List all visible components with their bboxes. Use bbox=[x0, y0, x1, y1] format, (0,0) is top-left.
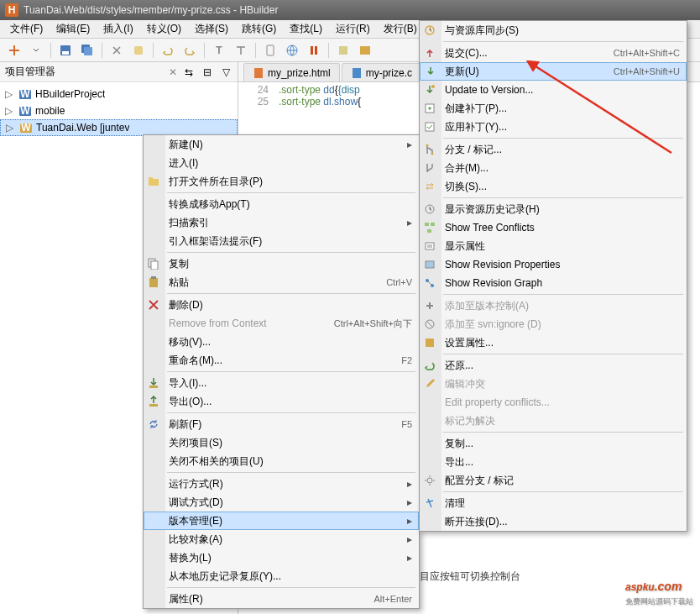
svg-rect-5 bbox=[267, 45, 274, 55]
undo-button[interactable] bbox=[159, 41, 177, 60]
import-icon bbox=[147, 376, 160, 390]
menu-item[interactable]: 配置分支 / 标记 bbox=[420, 471, 687, 490]
menu-item[interactable]: 还原... bbox=[420, 356, 687, 375]
tree-item[interactable]: ▷ W TuanDai.Web [juntev bbox=[0, 119, 238, 136]
edit-icon bbox=[423, 377, 436, 391]
menu-label: 标记为解决 bbox=[445, 414, 680, 428]
menu-label: 切换(S)... bbox=[445, 180, 680, 194]
sidebar-close-x[interactable]: ✕ bbox=[169, 66, 177, 78]
titlebar: H TuanDai.Web/dist/styles/member/my-priz… bbox=[0, 0, 700, 20]
tree-toggle[interactable]: ▷ bbox=[6, 122, 16, 134]
tree-toggle[interactable]: ▷ bbox=[5, 88, 15, 100]
editor-tab[interactable]: my-prize.c bbox=[342, 63, 421, 81]
menu-item: 添加至版本控制(A) bbox=[420, 297, 687, 315]
menu-item[interactable]: 复制... bbox=[420, 434, 687, 453]
collapse-icon[interactable]: ⊟ bbox=[201, 66, 214, 79]
menu-item[interactable]: 复制 bbox=[144, 255, 419, 273]
menu-item[interactable]: 显示资源历史记录(H) bbox=[420, 200, 687, 218]
new-button[interactable] bbox=[5, 41, 24, 60]
menu-item[interactable]: 扫描索引▸ bbox=[144, 213, 419, 232]
tree-item[interactable]: ▷ W HBuilderProject bbox=[0, 86, 238, 102]
menu-item[interactable]: 调试方式(D)▸ bbox=[144, 493, 419, 512]
menu-item[interactable]: 打开文件所在目录(P) bbox=[144, 172, 419, 191]
sidebar-title: 项目管理器 bbox=[5, 65, 164, 79]
tree-toggle[interactable]: ▷ bbox=[5, 105, 15, 117]
pause-button[interactable] bbox=[305, 41, 323, 60]
menu-item[interactable]: 属性(R)Alt+Enter bbox=[144, 590, 419, 608]
menu-item[interactable]: 比较对象(A)▸ bbox=[144, 530, 419, 548]
menu-item[interactable]: 显示属性 bbox=[420, 237, 687, 255]
t-button[interactable]: T bbox=[210, 41, 228, 60]
menu-label: 复制... bbox=[445, 437, 680, 451]
menu-item[interactable]: 运行方式(R)▸ bbox=[144, 475, 419, 493]
menu-item[interactable]: 刷新(F)F5 bbox=[144, 415, 419, 433]
svg-rect-1 bbox=[62, 51, 69, 55]
text-button[interactable] bbox=[232, 41, 250, 60]
menu-item[interactable]: 转义(O) bbox=[140, 20, 188, 38]
menu-item[interactable]: 分支 / 标记... bbox=[420, 140, 687, 159]
menu-item[interactable]: 设置属性... bbox=[420, 333, 687, 352]
cmd-button[interactable] bbox=[356, 41, 374, 60]
new-dropdown[interactable] bbox=[27, 41, 45, 60]
menu-item[interactable]: 断开连接(D)... bbox=[420, 512, 687, 531]
tree-item[interactable]: ▷ W mobile bbox=[0, 102, 238, 119]
menu-item[interactable]: 应用补丁(Y)... bbox=[420, 118, 687, 136]
menu-item[interactable]: 删除(D) bbox=[144, 296, 419, 314]
redo-button[interactable] bbox=[180, 41, 199, 60]
menu-item[interactable]: 引入框架语法提示(F) bbox=[144, 232, 419, 250]
menu-item[interactable]: 切换(S)... bbox=[420, 177, 687, 196]
menu-item[interactable]: 导入(I)... bbox=[144, 374, 419, 392]
menu-item[interactable]: 关闭不相关的项目(U) bbox=[144, 452, 419, 470]
submenu-arrow-icon: ▸ bbox=[407, 478, 412, 490]
menu-label: 刷新(F) bbox=[169, 417, 401, 432]
menu-item[interactable]: 编辑(E) bbox=[50, 20, 97, 38]
menu-item[interactable]: 查找(L) bbox=[283, 20, 329, 38]
menu-item[interactable]: 粘贴Ctrl+V bbox=[144, 273, 419, 291]
add-icon bbox=[423, 299, 436, 312]
menu-item[interactable]: Update to Version... bbox=[420, 81, 687, 99]
save-all-button[interactable] bbox=[78, 41, 97, 60]
menu-item[interactable]: 文件(F) bbox=[3, 20, 50, 38]
menu-item[interactable]: Show Tree Conflicts bbox=[420, 218, 687, 237]
menu-item[interactable]: 移动(V)... bbox=[144, 333, 419, 351]
save-button[interactable] bbox=[56, 41, 75, 60]
menu-item[interactable]: 提交(C)...Ctrl+Alt+Shift+C bbox=[420, 44, 687, 62]
link-icon[interactable]: ⇆ bbox=[182, 66, 196, 79]
menu-item[interactable]: 新建(N)▸ bbox=[144, 135, 419, 154]
menu-item[interactable]: 选择(S) bbox=[188, 20, 235, 38]
menu-item[interactable]: 导出... bbox=[420, 453, 687, 471]
menu-item[interactable]: 插入(I) bbox=[97, 20, 139, 38]
menu-label: 提交(C)... bbox=[445, 46, 614, 60]
menu-label: Show Tree Conflicts bbox=[445, 222, 680, 234]
globe-button[interactable] bbox=[283, 41, 301, 60]
menu-label: 应用补丁(Y)... bbox=[445, 120, 680, 134]
menu-item[interactable]: 版本管理(E)▸ bbox=[144, 512, 419, 530]
menu-item[interactable]: 从本地历史记录复原(Y)... bbox=[144, 567, 419, 585]
svg-rect-34 bbox=[425, 223, 429, 226]
menu-item[interactable]: 跳转(G) bbox=[235, 20, 283, 38]
menu-item[interactable]: Show Revision Graph bbox=[420, 274, 687, 292]
scroll-button[interactable] bbox=[129, 41, 148, 60]
menu-item[interactable]: 进入(I) bbox=[144, 154, 419, 172]
tools-button[interactable] bbox=[334, 41, 353, 60]
editor-tab[interactable]: my_prize.html bbox=[243, 63, 340, 81]
phone-button[interactable] bbox=[261, 41, 279, 60]
menu-item[interactable]: 合并(M)... bbox=[420, 159, 687, 177]
cut-button[interactable] bbox=[107, 41, 126, 60]
menu-item[interactable]: 更新(U)Ctrl+Alt+Shift+U bbox=[420, 62, 687, 81]
menu-item[interactable]: 运行(R) bbox=[329, 20, 377, 38]
menu-item[interactable]: 替换为(L)▸ bbox=[144, 548, 419, 567]
menu-item[interactable]: 发行(B) bbox=[377, 20, 424, 38]
menu-item[interactable]: 关闭项目(S) bbox=[144, 433, 419, 452]
menu-item[interactable]: 转换成移动App(T) bbox=[144, 195, 419, 213]
menu-item[interactable]: Show Revision Properties bbox=[420, 255, 687, 274]
menu-item[interactable]: 导出(O)... bbox=[144, 392, 419, 411]
menu-item[interactable]: 与资源库同步(S) bbox=[420, 21, 687, 39]
project-tree: ▷ W HBuilderProject▷ W mobile▷ W TuanDai… bbox=[0, 82, 238, 139]
submenu-arrow-icon: ▸ bbox=[407, 496, 412, 508]
menu-label: 合并(M)... bbox=[445, 161, 680, 176]
menu-item[interactable]: 清理 bbox=[420, 494, 687, 512]
menu-item[interactable]: 重命名(M)...F2 bbox=[144, 351, 419, 370]
menu-item[interactable]: 创建补丁(P)... bbox=[420, 99, 687, 118]
menu-icon[interactable]: ▽ bbox=[219, 66, 232, 79]
